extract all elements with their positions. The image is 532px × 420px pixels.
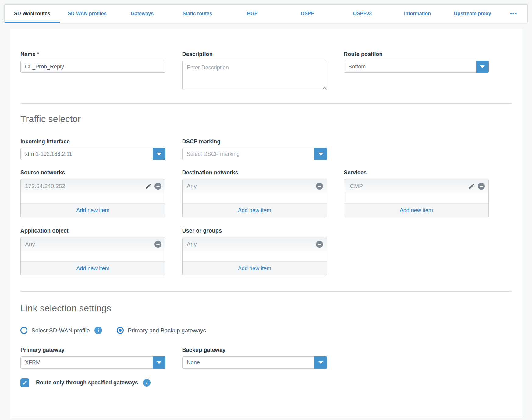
application-object-field-group: Application object Any Add new item [20,228,165,275]
dscp-marking-dropdown-button[interactable] [314,148,327,160]
chevron-down-icon [318,361,323,364]
destination-network-item-text: Any [187,183,316,190]
user-or-groups-box: Any Add new item [182,237,327,275]
backup-gateway-label: Backup gateway [182,347,327,353]
info-icon[interactable]: i [94,327,102,334]
user-or-groups-label: User or groups [182,228,327,234]
route-position-label: Route position [344,51,489,58]
destination-networks-add-button[interactable]: Add new item [183,203,327,217]
route-position-select[interactable]: Bottom [344,61,489,73]
route-only-checkbox-label: Route only through specified gateways [36,380,138,386]
remove-icon[interactable] [154,183,161,190]
route-position-field-group: Route position Bottom [344,51,489,90]
radio-select-sdwan-profile-label: Select SD-WAN profile [31,327,90,334]
backup-gateway-dropdown-button[interactable] [314,356,327,369]
route-position-dropdown-button[interactable] [476,61,489,73]
incoming-interface-field-group: Incoming interface xfrm1-192.168.2.11 [20,138,165,160]
services-label: Services [344,170,489,176]
incoming-interface-value: xfrm1-192.168.2.11 [25,151,72,157]
destination-network-item: Any [183,179,327,193]
remove-icon[interactable] [478,183,485,190]
description-textarea[interactable] [182,61,327,90]
tab-bar: SD-WAN routes SD-WAN profiles Gateways S… [4,4,528,23]
application-object-item: Any [21,237,165,251]
edit-icon[interactable] [468,183,475,190]
user-or-groups-item: Any [183,237,327,251]
primary-gateway-label: Primary gateway [20,347,165,353]
application-object-add-button[interactable]: Add new item [21,261,165,275]
tab-sdwan-routes[interactable]: SD-WAN routes [5,5,60,23]
tab-ospf[interactable]: OSPF [280,5,335,23]
remove-icon[interactable] [154,241,161,248]
incoming-interface-select[interactable]: xfrm1-192.168.2.11 [20,148,165,160]
chevron-down-icon [318,153,323,156]
application-object-label: Application object [20,228,165,234]
radio-primary-backup-gateways[interactable]: Primary and Backup gateways [117,327,206,334]
service-item: ICMP [344,179,488,193]
primary-gateway-field-group: Primary gateway XFRM [20,347,165,369]
incoming-interface-dropdown-button[interactable] [153,148,165,160]
name-field-group: Name * [20,51,165,90]
dscp-marking-placeholder: Select DSCP marking [187,151,240,157]
tab-static-routes[interactable]: Static routes [170,5,225,23]
user-or-groups-item-text: Any [187,241,316,248]
dscp-marking-label: DSCP marking [182,138,327,145]
source-networks-add-button[interactable]: Add new item [21,203,165,217]
dscp-marking-select[interactable]: Select DSCP marking [182,148,327,160]
tab-information[interactable]: Information [390,5,445,23]
traffic-selector-heading: Traffic selector [20,114,512,124]
description-field-group: Description [182,51,327,90]
name-input[interactable] [20,61,165,73]
link-selection-heading: Link selection settings [20,303,512,313]
remove-icon[interactable] [316,241,323,248]
tab-upstream-proxy[interactable]: Upstream proxy [445,5,500,23]
tab-ospfv3[interactable]: OSPFv3 [335,5,390,23]
tab-bgp[interactable]: BGP [225,5,280,23]
services-box: ICMP Add new item [344,179,489,217]
primary-gateway-value: XFRM [25,359,41,366]
radio-icon[interactable] [20,327,27,334]
sdwan-route-form-card: Name * Description Route position Bottom… [10,29,522,418]
destination-networks-box: Any Add new item [182,179,327,217]
chevron-down-icon [480,65,485,68]
incoming-interface-label: Incoming interface [20,138,165,145]
backup-gateway-select[interactable]: None [182,356,327,369]
section-divider [20,291,512,292]
name-label: Name * [20,51,165,58]
primary-gateway-select[interactable]: XFRM [20,356,165,369]
remove-icon[interactable] [316,183,323,190]
primary-gateway-dropdown-button[interactable] [153,356,165,369]
backup-gateway-field-group: Backup gateway None [182,347,327,369]
destination-networks-label: Destination networks [182,170,327,176]
services-add-button[interactable]: Add new item [344,203,488,217]
user-or-groups-field-group: User or groups Any Add new item [182,228,327,275]
service-item-text: ICMP [348,183,468,190]
route-position-value: Bottom [348,64,366,70]
destination-networks-field-group: Destination networks Any Add new item [182,170,327,217]
chevron-down-icon [157,153,161,156]
description-label: Description [182,51,327,58]
source-networks-box: 172.64.240.252 Add new item [20,179,165,217]
edit-icon[interactable] [145,183,152,190]
info-icon[interactable]: i [143,379,151,387]
route-only-checkbox[interactable]: ✓ [20,378,29,387]
dscp-marking-field-group: DSCP marking Select DSCP marking [182,138,327,160]
tab-sdwan-profiles[interactable]: SD-WAN profiles [60,5,115,23]
source-networks-field-group: Source networks 172.64.240.252 Add new i… [20,170,165,217]
source-networks-label: Source networks [20,170,165,176]
user-or-groups-add-button[interactable]: Add new item [183,261,327,275]
source-network-item: 172.64.240.252 [21,179,165,193]
more-tabs-icon[interactable]: ••• [500,5,527,23]
tab-gateways[interactable]: Gateways [115,5,170,23]
backup-gateway-value: None [187,359,200,366]
services-field-group: Services ICMP Add new item [344,170,489,217]
source-network-item-text: 172.64.240.252 [25,183,145,190]
chevron-down-icon [157,361,161,364]
radio-select-sdwan-profile[interactable]: Select SD-WAN profile i [20,327,102,334]
application-object-item-text: Any [25,241,154,248]
radio-selected-icon[interactable] [117,327,124,334]
application-object-box: Any Add new item [20,237,165,275]
section-divider [20,103,512,104]
radio-primary-backup-gateways-label: Primary and Backup gateways [128,327,206,334]
